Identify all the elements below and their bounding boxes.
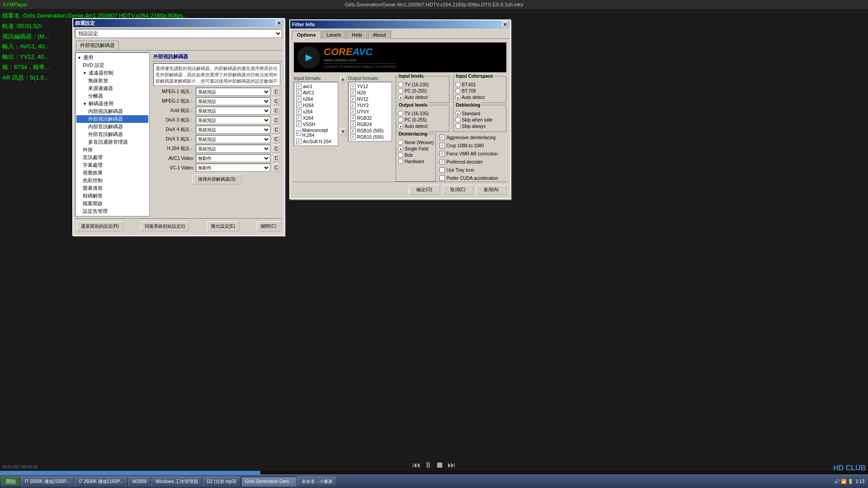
tree-item-visual[interactable]: 視覺效果	[76, 169, 148, 177]
codec-config-h264[interactable]: C	[272, 145, 280, 153]
radio-pc-input-btn[interactable]	[398, 88, 403, 94]
search-external-btn[interactable]: 搜尋外部解碼器(S)	[192, 174, 241, 184]
check-AVC1[interactable]: ✓	[296, 90, 302, 95]
codec-select-divx3[interactable]: 系統預設	[196, 116, 270, 124]
radio-auto-input-btn[interactable]	[398, 94, 403, 100]
tab-help[interactable]: Help	[347, 31, 367, 39]
check-i420[interactable]: ✓	[350, 90, 356, 95]
check-rgb15[interactable]: ✓	[350, 134, 356, 140]
check-x264[interactable]: ✓	[296, 109, 302, 114]
tree-item-color[interactable]: 色彩控制	[76, 177, 148, 184]
tree-item-screen[interactable]: 螢幕倩形	[76, 184, 148, 192]
prev-btn[interactable]: ⏮	[412, 460, 420, 470]
radio-single-field-btn[interactable]	[398, 146, 403, 151]
codec-config-avc1[interactable]: C	[272, 154, 280, 162]
check-mainconcept[interactable]: ✓	[296, 130, 301, 136]
tree-item-wireless[interactable]: 無線射放	[76, 77, 148, 84]
tree-item-dvd[interactable]: DVD 設定	[76, 61, 148, 69]
radio-hardware-btn[interactable]	[398, 159, 403, 164]
preset-select[interactable]: 預設設定	[75, 29, 282, 38]
tree-item-plugins[interactable]: 外掛	[76, 146, 148, 154]
radio-tv-output-btn[interactable]	[398, 111, 403, 116]
codec-select-divx5[interactable]: 系統預設	[196, 135, 270, 143]
tree-item-internal-audio[interactable]: 內部音訊解碼器	[76, 123, 148, 131]
stop-btn[interactable]: ⏹	[436, 460, 444, 470]
dialog-filterinfo-close[interactable]: ✕	[502, 21, 508, 28]
progress-bar-area[interactable]	[0, 471, 868, 474]
cb-crop-box[interactable]: ✓	[439, 143, 445, 148]
tree-item-code[interactable]: 程碼解答	[76, 192, 148, 200]
tree-item-audio-proc[interactable]: 音訊處理	[76, 154, 148, 161]
tab-external-video[interactable]: 外部視訊解碼器	[76, 41, 119, 50]
tree-item-external-audio[interactable]: 外部音訊解碼器	[76, 131, 148, 138]
check-yv12[interactable]: ✓	[350, 84, 356, 89]
check-rgb24[interactable]: ✓	[350, 122, 356, 127]
cb-preferred-decoder-box[interactable]: ✓	[439, 159, 445, 164]
check-rgb32[interactable]: ✓	[350, 115, 356, 121]
tab-levels[interactable]: Levels	[322, 31, 346, 39]
check-nv12[interactable]: ✓	[350, 96, 356, 102]
codec-select-xvid[interactable]: 系統預設	[196, 107, 270, 115]
dialog-filter-close[interactable]: ✕	[276, 20, 282, 26]
radio-none-weave-btn[interactable]	[398, 140, 403, 145]
taskbar-item-4[interactable]: Windows 工作管理員	[151, 477, 202, 487]
codec-config-mpeg2[interactable]: C	[272, 97, 280, 105]
radio-pc-output-btn[interactable]	[398, 117, 403, 122]
codec-config-divx3[interactable]: C	[272, 116, 280, 124]
taskbar-item-1[interactable]: I7 2600K 播放2160P...	[21, 477, 74, 487]
check-X264[interactable]: ✓	[296, 115, 302, 121]
tree-item-file-open[interactable]: 檔案開啟	[76, 200, 148, 207]
tree-item-source[interactable]: 來源過濾器	[76, 84, 148, 92]
taskbar-item-5[interactable]: D2 (位於 mp3)	[203, 477, 240, 487]
radio-tv-input-btn[interactable]	[398, 82, 403, 87]
radio-auto-output-btn[interactable]	[398, 123, 403, 129]
check-avc1[interactable]: ✓	[296, 84, 302, 89]
check-h264[interactable]: ✓	[296, 96, 302, 102]
radio-bt601-btn[interactable]	[455, 82, 461, 87]
codec-config-mpeg1[interactable]: C	[272, 88, 280, 96]
tree-item-remote[interactable]: ▼遙遠器控制	[76, 69, 148, 77]
check-uyvy[interactable]: ✓	[350, 109, 356, 114]
codec-config-divx4[interactable]: C	[272, 126, 280, 134]
export-settings-btn[interactable]: 匯出設定(E)	[207, 221, 239, 231]
scroll-up-btn[interactable]: ▲	[340, 76, 346, 82]
check-rgb16[interactable]: ✓	[350, 128, 356, 133]
start-button[interactable]: 開始	[2, 477, 20, 486]
cb-tray-icon-box[interactable]	[439, 167, 445, 173]
tree-item-demux[interactable]: 分離器	[76, 92, 148, 100]
next-btn[interactable]: ⏭	[448, 460, 456, 470]
tab-about[interactable]: About	[368, 31, 391, 39]
codec-select-mpeg2[interactable]: 系統預設	[196, 97, 270, 105]
system-restore-btn[interactable]: 回復系統初始設定(I)	[141, 221, 189, 231]
scroll-down-btn[interactable]: ▼	[340, 128, 346, 135]
taskbar-item-6[interactable]: Girls.Generation.Geni...	[241, 477, 297, 487]
cb-cuda-box[interactable]	[439, 175, 445, 181]
tree-item-external-video[interactable]: 外部視訊解碼器	[76, 115, 148, 123]
codec-select-divx4[interactable]: 系統預設	[196, 126, 270, 134]
codec-select-h264[interactable]: 系統預設	[196, 145, 270, 153]
tree-item-multi-audio[interactable]: 多音訊通路管理器	[76, 138, 148, 146]
check-VSSH[interactable]: ✓	[296, 122, 302, 127]
codec-select-avc1[interactable]: 無動作	[196, 154, 270, 162]
ok-btn[interactable]: 確定(O)	[409, 185, 439, 195]
cb-aggressive-box[interactable]: ✓	[439, 135, 445, 140]
check-arcsoft[interactable]: ✓	[296, 139, 302, 144]
radio-skip-safe-btn[interactable]	[455, 117, 461, 122]
tree-item-internal-video[interactable]: 內部視訊解碼器	[76, 108, 148, 115]
codec-select-mpeg1[interactable]: 系統預設	[196, 88, 270, 96]
tree-item-general[interactable]: ▼通用	[76, 54, 148, 61]
taskbar-item-7[interactable]: 未命名 - 小畫家	[297, 477, 337, 487]
tree-panel[interactable]: ▼通用 DVD 設定 ▼遙遠器控制 無線射放 來源過濾器 分離器 ▼解碼器使用 …	[75, 52, 150, 216]
apply-btn[interactable]: 套用(A)	[476, 185, 506, 195]
radio-bob-btn[interactable]	[398, 152, 403, 158]
codec-select-vc1[interactable]: 無動作	[196, 164, 270, 172]
radio-skip-always-btn[interactable]	[455, 123, 461, 129]
radio-auto-cs-btn[interactable]	[455, 94, 461, 100]
tree-item-decoder-use[interactable]: ▼解碼器使用	[76, 100, 148, 108]
radio-standard-btn[interactable]	[455, 111, 461, 116]
taskbar-item-2[interactable]: I7 2600K 播放2160P...	[75, 477, 127, 487]
check-yuy2[interactable]: ✓	[350, 103, 356, 108]
cb-force-vmr-box[interactable]: ✓	[439, 151, 445, 156]
tree-item-subtitle[interactable]: 字幕處理	[76, 161, 148, 169]
radio-bt709-btn[interactable]	[455, 88, 461, 94]
